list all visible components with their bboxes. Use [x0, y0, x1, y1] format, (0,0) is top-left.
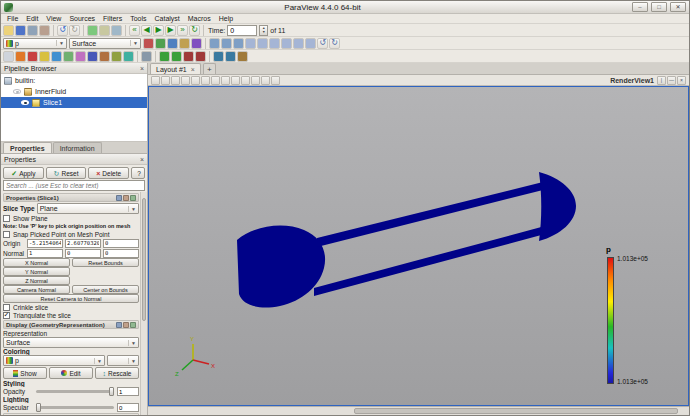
- loop-icon[interactable]: ↻: [189, 25, 200, 36]
- rescale-button[interactable]: ↕Rescale: [95, 367, 139, 379]
- paste-properties-icon[interactable]: [123, 415, 129, 416]
- select-cells-on-icon[interactable]: [159, 51, 170, 62]
- select-cells-through-icon[interactable]: [183, 51, 194, 62]
- hover-points-icon[interactable]: [237, 51, 248, 62]
- extract-subset-icon[interactable]: [63, 51, 74, 62]
- open-icon[interactable]: [3, 25, 14, 36]
- menu-file[interactable]: File: [3, 15, 22, 22]
- close-button[interactable]: ✕: [670, 2, 686, 12]
- checkbox-icon[interactable]: [3, 215, 10, 222]
- color-by-combo[interactable]: p ▼: [3, 38, 67, 49]
- select-points-on-icon[interactable]: [171, 51, 182, 62]
- save-defaults-icon[interactable]: [130, 322, 136, 328]
- menu-macros[interactable]: Macros: [184, 15, 215, 22]
- representation-toolbar-combo[interactable]: Surface ▼: [69, 38, 141, 49]
- show-legend-button[interactable]: Show: [3, 367, 47, 379]
- glyph-icon[interactable]: [75, 51, 86, 62]
- interactive-select-points-icon[interactable]: [231, 76, 240, 85]
- edit-color-map-icon[interactable]: [143, 38, 154, 49]
- slice-filter-icon[interactable]: [39, 51, 50, 62]
- last-frame-icon[interactable]: »: [177, 25, 188, 36]
- normal-x-input[interactable]: [27, 249, 63, 258]
- contour-icon[interactable]: [15, 51, 26, 62]
- checkbox-checked-icon[interactable]: [3, 312, 10, 319]
- tab-layout1[interactable]: Layout #1 ×: [150, 63, 201, 74]
- redo-icon[interactable]: ↻: [69, 25, 80, 36]
- play-icon[interactable]: ▶: [153, 25, 164, 36]
- origin-x-input[interactable]: [27, 239, 63, 248]
- color-legend[interactable]: p 1.013e+05 1.013e+05: [604, 245, 674, 393]
- new-layout-button[interactable]: +: [203, 63, 216, 74]
- z-normal-button[interactable]: Z Normal: [3, 276, 70, 285]
- tab-information[interactable]: Information: [53, 142, 102, 153]
- interactive-select-cells-icon[interactable]: [221, 76, 230, 85]
- maximize-button[interactable]: □: [651, 2, 667, 12]
- section-display-bar[interactable]: Display (GeometryRepresentation): [3, 320, 139, 329]
- zoom-to-data-icon[interactable]: [221, 38, 232, 49]
- opacity-input[interactable]: [117, 387, 139, 396]
- apply-button[interactable]: ✓Apply: [3, 167, 44, 179]
- first-frame-icon[interactable]: «: [129, 25, 140, 36]
- spreadsheet-view-icon[interactable]: [141, 51, 152, 62]
- find-data-icon[interactable]: [99, 25, 110, 36]
- coloring-component-combo[interactable]: ▼: [107, 355, 139, 366]
- menu-catalyst[interactable]: Catalyst: [150, 15, 183, 22]
- previous-frame-icon[interactable]: ◀: [141, 25, 152, 36]
- reset-bounds-button[interactable]: Reset Bounds: [72, 258, 139, 267]
- origin-y-input[interactable]: [65, 239, 101, 248]
- rescale-visible-range-icon[interactable]: [179, 38, 190, 49]
- menu-view[interactable]: View: [42, 15, 65, 22]
- stream-tracer-icon[interactable]: [87, 51, 98, 62]
- calculator-icon[interactable]: [3, 51, 14, 62]
- view-minus-y-icon[interactable]: [281, 38, 292, 49]
- view-plus-x-icon[interactable]: [245, 38, 256, 49]
- menu-help[interactable]: Help: [215, 15, 237, 22]
- next-frame-icon[interactable]: ▶: [165, 25, 176, 36]
- center-on-bounds-button[interactable]: Center on Bounds: [72, 285, 139, 294]
- zoom-to-box-icon[interactable]: [233, 38, 244, 49]
- hover-points-icon[interactable]: [251, 76, 260, 85]
- snap-point-checkbox[interactable]: Snap Picked Point on Mesh Point: [3, 230, 139, 238]
- auto-apply-icon[interactable]: [87, 25, 98, 36]
- select-frustum-points-icon[interactable]: [181, 76, 190, 85]
- scrollbar-thumb[interactable]: [142, 198, 146, 321]
- select-frustum-cells-icon[interactable]: [171, 76, 180, 85]
- pipeline-item-innerfluid[interactable]: InnerFluid: [1, 86, 147, 97]
- minimize-button[interactable]: –: [632, 2, 648, 12]
- crinkle-slice-checkbox[interactable]: Crinkle slice: [3, 303, 139, 311]
- clip-icon[interactable]: [27, 51, 38, 62]
- interactive-select-cells-icon[interactable]: [213, 51, 224, 62]
- menu-filters[interactable]: Filters: [99, 15, 126, 22]
- normal-z-input[interactable]: [103, 249, 139, 258]
- render-viewport[interactable]: Y X Z p 1.013e+05 1.013e+05: [148, 86, 689, 406]
- query-icon[interactable]: [111, 25, 122, 36]
- menu-tools[interactable]: Tools: [126, 15, 150, 22]
- zoom-to-box-view-icon[interactable]: [261, 76, 270, 85]
- normal-y-input[interactable]: [65, 249, 101, 258]
- show-plane-checkbox[interactable]: Show Plane: [3, 214, 139, 222]
- save-data-icon[interactable]: [15, 25, 26, 36]
- copy-properties-icon[interactable]: [116, 415, 122, 416]
- pipeline-close-icon[interactable]: ×: [140, 65, 144, 72]
- threshold-icon[interactable]: [51, 51, 62, 62]
- section-view-bar[interactable]: View (Render View): [3, 413, 139, 415]
- rotate-90-cw-icon[interactable]: ↻: [329, 38, 340, 49]
- view-plus-y-icon[interactable]: [269, 38, 280, 49]
- close-view-icon[interactable]: ×: [677, 76, 686, 85]
- x-normal-button[interactable]: X Normal: [3, 258, 70, 267]
- checkbox-icon[interactable]: [3, 304, 10, 311]
- slider-handle[interactable]: [36, 403, 41, 412]
- select-block-icon[interactable]: [211, 76, 220, 85]
- triangulate-slice-checkbox[interactable]: Triangulate the slice: [3, 311, 139, 319]
- visibility-eye-icon[interactable]: [13, 89, 21, 94]
- rotate-90-ccw-icon[interactable]: ↺: [317, 38, 328, 49]
- specular-input[interactable]: [117, 403, 139, 412]
- paste-properties-icon[interactable]: [123, 195, 129, 201]
- slider-handle[interactable]: [109, 387, 114, 396]
- time-value-input[interactable]: [227, 25, 257, 36]
- menu-edit[interactable]: Edit: [22, 15, 42, 22]
- menu-sources[interactable]: Sources: [65, 15, 99, 22]
- toggle-color-legend-icon[interactable]: [191, 38, 202, 49]
- search-input[interactable]: [3, 180, 145, 191]
- close-layout-icon[interactable]: ×: [191, 66, 195, 73]
